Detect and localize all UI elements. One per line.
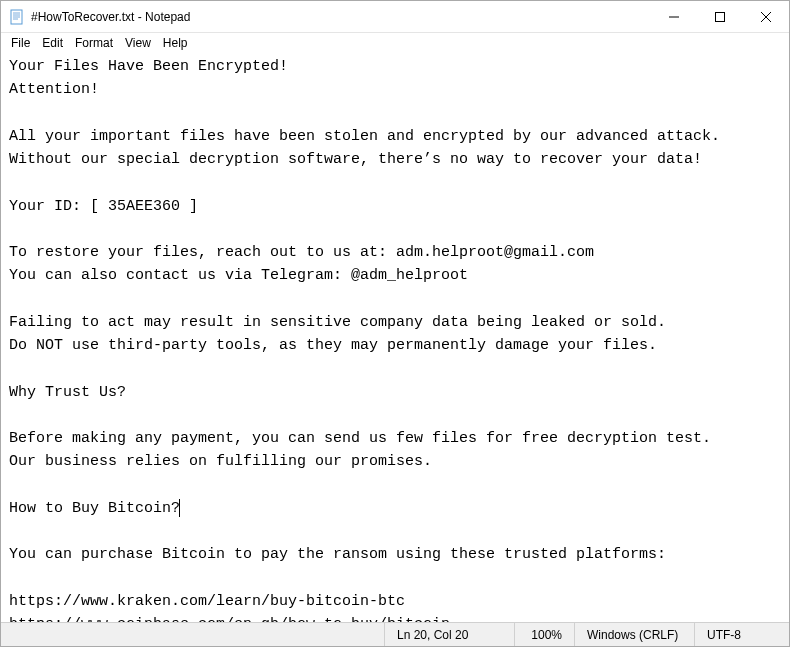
text-line: You can also contact us via Telegram: @a… — [9, 267, 468, 284]
menu-view[interactable]: View — [119, 35, 157, 51]
text-line: Why Trust Us? — [9, 384, 126, 401]
close-button[interactable] — [743, 1, 789, 32]
text-line: https://www.coinbase.com/en-gb/how-to-bu… — [9, 616, 450, 622]
text-line: Failing to act may result in sensitive c… — [9, 314, 666, 331]
status-zoom[interactable]: 100% — [514, 623, 574, 646]
menu-file[interactable]: File — [5, 35, 36, 51]
text-line: Our business relies on fulfilling our pr… — [9, 453, 432, 470]
text-line: You can purchase Bitcoin to pay the rans… — [9, 546, 666, 563]
text-cursor — [179, 499, 180, 517]
text-line: How to Buy Bitcoin? — [9, 500, 180, 517]
status-line-ending: Windows (CRLF) — [574, 623, 694, 646]
svg-rect-6 — [716, 12, 725, 21]
window-controls — [651, 1, 789, 32]
text-line: Before making any payment, you can send … — [9, 430, 711, 447]
text-line: Your Files Have Been Encrypted! — [9, 58, 288, 75]
notepad-window: #HowToRecover.txt - Notepad File Edit Fo… — [0, 0, 790, 647]
text-line: Do NOT use third-party tools, as they ma… — [9, 337, 657, 354]
minimize-button[interactable] — [651, 1, 697, 32]
text-line: Attention! — [9, 81, 99, 98]
window-title: #HowToRecover.txt - Notepad — [31, 10, 651, 24]
text-line: All your important files have been stole… — [9, 128, 720, 145]
menu-help[interactable]: Help — [157, 35, 194, 51]
titlebar: #HowToRecover.txt - Notepad — [1, 1, 789, 33]
menu-edit[interactable]: Edit — [36, 35, 69, 51]
text-line: Your ID: [ 35AEE360 ] — [9, 198, 198, 215]
status-encoding: UTF-8 — [694, 623, 789, 646]
status-position: Ln 20, Col 20 — [384, 623, 514, 646]
menubar: File Edit Format View Help — [1, 33, 789, 53]
notepad-icon — [9, 9, 25, 25]
maximize-button[interactable] — [697, 1, 743, 32]
text-area[interactable]: Your Files Have Been Encrypted! Attentio… — [1, 53, 789, 622]
statusbar: Ln 20, Col 20 100% Windows (CRLF) UTF-8 — [1, 622, 789, 646]
text-line: To restore your files, reach out to us a… — [9, 244, 594, 261]
text-line: https://www.kraken.com/learn/buy-bitcoin… — [9, 593, 405, 610]
menu-format[interactable]: Format — [69, 35, 119, 51]
text-line: Without our special decryption software,… — [9, 151, 702, 168]
